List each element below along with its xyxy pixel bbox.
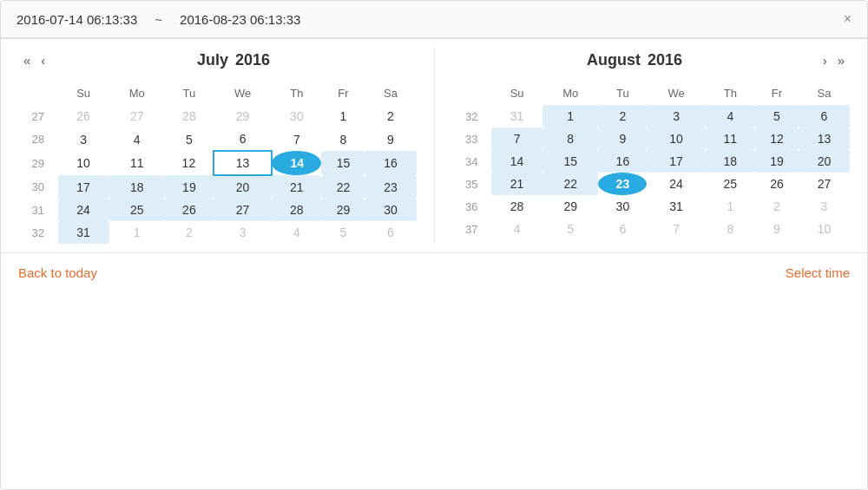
calendar-day[interactable]: 20 (214, 175, 272, 199)
calendar-day[interactable]: 5 (321, 221, 365, 244)
calendar-day[interactable]: 2 (598, 105, 647, 127)
calendar-day[interactable]: 31 (491, 105, 542, 127)
calendar-day[interactable]: 2 (165, 221, 214, 244)
calendar-day[interactable]: 27 (799, 173, 850, 195)
calendar-day[interactable]: 11 (706, 127, 755, 150)
calendar-day[interactable]: 22 (542, 173, 598, 195)
calendar-day[interactable]: 5 (755, 105, 799, 127)
calendar-day[interactable]: 4 (109, 127, 165, 151)
calendar-day[interactable]: 19 (755, 150, 799, 173)
calendar-day[interactable]: 19 (165, 175, 214, 199)
left-day-header-tu: Tu (165, 82, 214, 105)
calendar-day[interactable]: 6 (799, 105, 850, 127)
calendar-day[interactable]: 16 (598, 150, 647, 173)
week-number: 27 (18, 105, 58, 127)
calendar-day[interactable]: 17 (647, 150, 705, 173)
calendar-day[interactable]: 7 (272, 127, 321, 151)
calendar-day[interactable]: 15 (542, 150, 598, 173)
calendar-day[interactable]: 9 (598, 127, 647, 150)
calendar-day[interactable]: 29 (321, 199, 365, 221)
calendar-day[interactable]: 6 (365, 221, 416, 244)
calendar-day[interactable]: 16 (365, 151, 416, 175)
calendar-day[interactable]: 11 (109, 151, 165, 175)
calendar-day[interactable]: 23 (365, 175, 416, 199)
calendar-day[interactable]: 18 (109, 175, 165, 199)
calendar-day[interactable]: 8 (542, 127, 598, 150)
calendar-day[interactable]: 29 (214, 105, 272, 127)
calendar-day[interactable]: 28 (165, 105, 214, 127)
calendar-day[interactable]: 10 (799, 218, 850, 240)
left-day-header-su: Su (58, 82, 109, 105)
calendar-day[interactable]: 10 (58, 151, 109, 175)
calendar-day[interactable]: 14 (272, 151, 321, 175)
week-number: 35 (452, 173, 492, 195)
calendar-day[interactable]: 1 (706, 195, 755, 218)
calendar-day[interactable]: 13 (799, 127, 850, 150)
calendar-day[interactable]: 12 (165, 151, 214, 175)
table-row: 3231123456 (18, 221, 417, 244)
table-row: 3745678910 (452, 218, 851, 240)
calendar-day[interactable]: 3 (214, 221, 272, 244)
calendar-day[interactable]: 31 (647, 195, 705, 218)
calendar-day[interactable]: 28 (272, 199, 321, 221)
calendar-day[interactable]: 24 (647, 173, 705, 195)
calendar-day[interactable]: 7 (647, 218, 705, 240)
calendar-day[interactable]: 18 (706, 150, 755, 173)
right-day-header-th: Th (706, 82, 755, 105)
select-time-link[interactable]: Select time (786, 265, 850, 280)
calendar-day[interactable]: 4 (491, 218, 542, 240)
calendar-day[interactable]: 31 (58, 221, 109, 244)
calendar-day[interactable]: 30 (365, 199, 416, 221)
calendar-day[interactable]: 30 (272, 105, 321, 127)
calendar-day[interactable]: 21 (272, 175, 321, 199)
left-prev-btn[interactable]: ‹ (36, 51, 50, 69)
calendar-day[interactable]: 3 (647, 105, 705, 127)
calendar-day[interactable]: 26 (165, 199, 214, 221)
left-prev-prev-btn[interactable]: « (18, 51, 36, 69)
calendar-day[interactable]: 26 (58, 105, 109, 127)
back-to-today-link[interactable]: Back to today (18, 265, 97, 280)
calendar-day[interactable]: 3 (799, 195, 850, 218)
calendar-day[interactable]: 13 (214, 151, 272, 175)
calendar-day[interactable]: 27 (109, 105, 165, 127)
calendar-day[interactable]: 30 (598, 195, 647, 218)
calendar-day[interactable]: 14 (491, 150, 542, 173)
right-next-btn[interactable]: › (818, 51, 832, 69)
calendar-day[interactable]: 21 (491, 173, 542, 195)
table-row: 3521222324252627 (452, 173, 851, 195)
calendar-day[interactable]: 4 (706, 105, 755, 127)
calendar-day[interactable]: 3 (58, 127, 109, 151)
calendar-day[interactable]: 5 (165, 127, 214, 151)
calendar-day[interactable]: 29 (542, 195, 598, 218)
calendar-day[interactable]: 6 (214, 127, 272, 151)
calendar-day[interactable]: 4 (272, 221, 321, 244)
right-next-next-btn[interactable]: » (832, 51, 850, 69)
calendar-day[interactable]: 1 (109, 221, 165, 244)
close-icon[interactable]: × (844, 11, 852, 27)
calendar-day[interactable]: 5 (542, 218, 598, 240)
calendar-day[interactable]: 24 (58, 199, 109, 221)
calendar-day[interactable]: 8 (706, 218, 755, 240)
calendar-day[interactable]: 26 (755, 173, 799, 195)
calendar-day[interactable]: 22 (321, 175, 365, 199)
calendar-day[interactable]: 2 (365, 105, 416, 127)
calendar-day[interactable]: 9 (365, 127, 416, 151)
calendar-day[interactable]: 23 (598, 173, 647, 195)
calendar-day[interactable]: 2 (755, 195, 799, 218)
calendar-day[interactable]: 27 (214, 199, 272, 221)
calendar-day[interactable]: 28 (491, 195, 542, 218)
calendar-day[interactable]: 20 (799, 150, 850, 173)
calendar-day[interactable]: 25 (706, 173, 755, 195)
calendar-day[interactable]: 17 (58, 175, 109, 199)
calendar-day[interactable]: 1 (542, 105, 598, 127)
calendar-day[interactable]: 12 (755, 127, 799, 150)
calendar-day[interactable]: 7 (491, 127, 542, 150)
left-calendar-grid: Su Mo Tu We Th Fr Sa 2726272829301228345… (18, 82, 417, 244)
calendar-day[interactable]: 6 (598, 218, 647, 240)
calendar-day[interactable]: 25 (109, 199, 165, 221)
calendar-day[interactable]: 1 (321, 105, 365, 127)
calendar-day[interactable]: 15 (321, 151, 365, 175)
calendar-day[interactable]: 9 (755, 218, 799, 240)
calendar-day[interactable]: 10 (647, 127, 705, 150)
calendar-day[interactable]: 8 (321, 127, 365, 151)
